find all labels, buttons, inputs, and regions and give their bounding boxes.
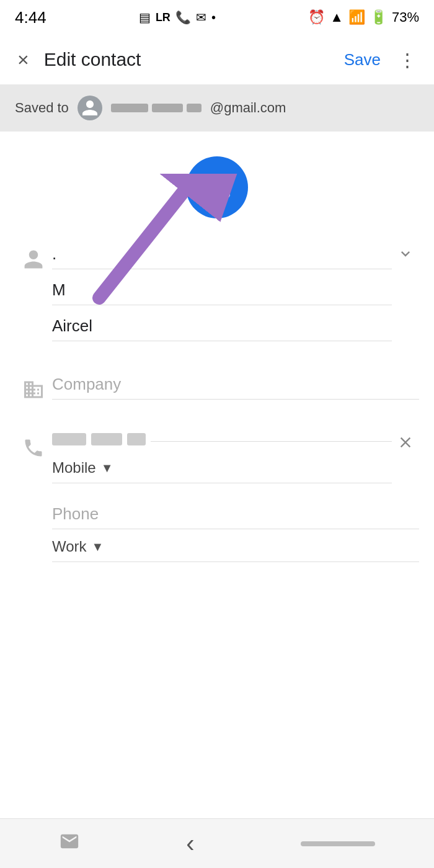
svg-text:+: + — [222, 176, 226, 184]
remove-phone-1-button[interactable] — [392, 424, 419, 452]
back-button[interactable]: ‹ — [174, 823, 206, 864]
status-icons: ▤ LR 📞 ✉ • — [139, 10, 216, 25]
phone-type-2-label: Work — [52, 538, 87, 555]
person-icon — [15, 236, 52, 271]
signal-icon: 📶 — [348, 9, 365, 25]
home-indicator[interactable] — [301, 841, 375, 846]
phone-section-2: Work ▼ — [52, 491, 419, 570]
phone-blur-3 — [127, 433, 146, 445]
mail-icon: ✉ — [196, 10, 206, 25]
saved-to-banner: Saved to @gmail.com — [0, 84, 434, 132]
battery-percent: 73% — [392, 9, 419, 25]
account-name — [111, 104, 202, 112]
close-button[interactable]: × — [12, 43, 34, 76]
phone-number-display — [52, 424, 392, 450]
company-section — [15, 361, 419, 407]
status-bar: 4:44 ▤ LR 📞 ✉ • ⏰ ▲ 📶 🔋 73% — [0, 0, 434, 35]
middle-name-input[interactable] — [52, 272, 392, 305]
phone-1-fields: Mobile ▼ — [52, 424, 392, 486]
phone-type-1-dropdown[interactable]: Mobile ▼ — [52, 453, 392, 483]
lr-icon: LR — [156, 11, 170, 24]
first-name-field — [52, 236, 392, 269]
battery-icon: 🔋 — [370, 9, 387, 25]
phone-blur-2 — [91, 433, 122, 445]
phone-type-2-dropdown[interactable]: Work ▼ — [52, 532, 419, 562]
phone-type-1-arrow: ▼ — [101, 461, 113, 475]
name-section — [15, 231, 419, 349]
phone-type-2-field: Work ▼ — [52, 532, 419, 562]
email-nav-icon[interactable] — [59, 831, 80, 856]
gmail-suffix: @gmail.com — [210, 100, 286, 116]
phone-type-1-field: Mobile ▼ — [52, 453, 392, 483]
first-name-input[interactable] — [52, 236, 392, 269]
name-blur-3 — [187, 104, 202, 112]
app-bar: × Edit contact Save ⋮ — [0, 35, 434, 84]
middle-name-field — [52, 272, 392, 305]
account-avatar — [78, 96, 102, 120]
phone-type-2-arrow: ▼ — [92, 540, 104, 554]
company-icon — [15, 366, 52, 401]
phone-2-field — [52, 496, 419, 529]
company-field — [52, 366, 419, 400]
dot-icon: • — [211, 11, 216, 25]
page-title: Edit contact — [44, 49, 337, 70]
contact-form: Mobile ▼ Work ▼ — [0, 231, 434, 582]
company-input[interactable] — [52, 366, 419, 400]
call-icon: 📞 — [175, 10, 191, 25]
name-fields — [52, 236, 392, 344]
wifi-icon: ▲ — [330, 9, 343, 25]
last-name-field — [52, 308, 392, 341]
save-button[interactable]: Save — [337, 45, 388, 74]
status-time: 4:44 — [15, 8, 46, 27]
phone-type-1-label: Mobile — [52, 459, 96, 477]
status-right-icons: ⏰ ▲ 📶 🔋 73% — [308, 9, 419, 25]
phone-1-field — [52, 424, 392, 450]
notification-icon: ▤ — [139, 10, 151, 25]
more-options-button[interactable]: ⋮ — [393, 44, 422, 76]
name-blur-1 — [111, 104, 148, 112]
bottom-nav: ‹ — [0, 818, 434, 868]
phone-section-1: Mobile ▼ — [15, 419, 419, 491]
phone-icon — [15, 424, 52, 459]
company-fields — [52, 366, 419, 402]
phone-blur-1 — [52, 433, 86, 445]
phone-2-fields: Work ▼ — [52, 496, 419, 565]
add-photo-button[interactable]: + — [186, 156, 248, 218]
phone-2-input[interactable] — [52, 496, 419, 529]
saved-to-label: Saved to — [15, 100, 69, 116]
alarm-icon: ⏰ — [308, 9, 325, 25]
expand-name-button[interactable] — [392, 236, 419, 263]
name-blur-2 — [152, 104, 183, 112]
last-name-input[interactable] — [52, 308, 392, 341]
photo-section: + — [0, 132, 434, 231]
